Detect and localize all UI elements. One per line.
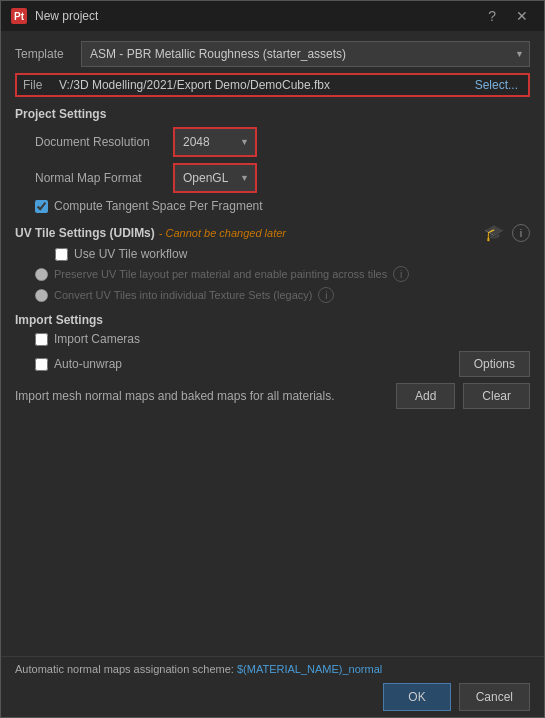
import-settings-section: Import Settings Import Cameras Auto-unwr… (15, 313, 530, 409)
doc-resolution-select-wrapper: 128 256 512 1024 2048 4096 ▼ (173, 127, 257, 157)
use-uv-tile-checkbox[interactable] (55, 248, 68, 261)
uv-subtitle: - Cannot be changed later (159, 227, 286, 239)
import-maps-label: Import mesh normal maps and baked maps f… (15, 389, 388, 403)
uv-title-left: UV Tile Settings (UDIMs) - Cannot be cha… (15, 226, 286, 240)
convert-uv-radio[interactable] (35, 289, 48, 302)
graduation-icon[interactable]: 🎓 (482, 223, 506, 242)
preserve-info-icon[interactable]: i (393, 266, 409, 282)
preserve-uv-row: Preserve UV Tile layout per material and… (35, 266, 530, 282)
title-bar: Pt New project ? ✕ (1, 1, 544, 31)
uv-options: Use UV Tile workflow Preserve UV Tile la… (15, 247, 530, 303)
cancel-button[interactable]: Cancel (459, 683, 530, 711)
convert-uv-row: Convert UV Tiles into individual Texture… (35, 287, 530, 303)
auto-unwrap-row: Auto-unwrap Options (35, 351, 530, 377)
window-title: New project (35, 9, 98, 23)
import-settings-title: Import Settings (15, 313, 103, 327)
info-icon[interactable]: i (512, 224, 530, 242)
bottom-section: Automatic normal maps assignation scheme… (1, 656, 544, 717)
clear-button[interactable]: Clear (463, 383, 530, 409)
project-settings-title: Project Settings (15, 107, 106, 121)
import-options: Import Cameras Auto-unwrap Options (15, 332, 530, 377)
uv-title-row: UV Tile Settings (UDIMs) - Cannot be cha… (15, 223, 530, 242)
template-row: Template ASM - PBR Metallic Roughness (s… (15, 41, 530, 67)
button-row: OK Cancel (15, 683, 530, 711)
uv-title: UV Tile Settings (UDIMs) (15, 226, 155, 240)
import-maps-row: Import mesh normal maps and baked maps f… (15, 383, 530, 409)
file-row: File V:/3D Modelling/2021/Export Demo/De… (15, 73, 530, 97)
import-cameras-row: Import Cameras (35, 332, 530, 346)
file-path: V:/3D Modelling/2021/Export Demo/DemoCub… (59, 78, 463, 92)
compute-tangent-row: Compute Tangent Space Per Fragment (15, 199, 530, 213)
compute-tangent-checkbox[interactable] (35, 200, 48, 213)
auto-unwrap-checkbox[interactable] (35, 358, 48, 371)
template-select[interactable]: ASM - PBR Metallic Roughness (starter_as… (81, 41, 530, 67)
app-icon: Pt (11, 8, 27, 24)
ok-button[interactable]: OK (383, 683, 450, 711)
file-label: File (23, 78, 51, 92)
compute-tangent-label: Compute Tangent Space Per Fragment (54, 199, 263, 213)
scheme-row: Automatic normal maps assignation scheme… (15, 663, 530, 675)
convert-info-icon[interactable]: i (318, 287, 334, 303)
title-bar-controls: ? ✕ (482, 6, 534, 26)
import-cameras-checkbox[interactable] (35, 333, 48, 346)
auto-unwrap-label: Auto-unwrap (54, 357, 122, 371)
scheme-label: Automatic normal maps assignation scheme… (15, 663, 234, 675)
convert-uv-label: Convert UV Tiles into individual Texture… (54, 289, 312, 301)
main-content: Template ASM - PBR Metallic Roughness (s… (1, 31, 544, 656)
options-button[interactable]: Options (459, 351, 530, 377)
file-select-button[interactable]: Select... (471, 78, 522, 92)
normal-map-select[interactable]: OpenGL DirectX (175, 165, 255, 191)
doc-resolution-row: Document Resolution 128 256 512 1024 204… (15, 127, 530, 157)
scheme-value: $(MATERIAL_NAME)_normal (237, 663, 382, 675)
new-project-window: Pt New project ? ✕ Template ASM - PBR Me… (0, 0, 545, 718)
use-uv-tile-label: Use UV Tile workflow (74, 247, 187, 261)
import-cameras-label: Import Cameras (54, 332, 140, 346)
normal-map-select-wrapper: OpenGL DirectX ▼ (173, 163, 257, 193)
normal-map-label: Normal Map Format (35, 171, 165, 185)
add-button[interactable]: Add (396, 383, 455, 409)
use-uv-tile-row: Use UV Tile workflow (35, 247, 530, 261)
uv-icons: 🎓 i (482, 223, 530, 242)
preserve-uv-label: Preserve UV Tile layout per material and… (54, 268, 387, 280)
normal-map-row: Normal Map Format OpenGL DirectX ▼ (15, 163, 530, 193)
help-button[interactable]: ? (482, 6, 502, 26)
preserve-uv-radio[interactable] (35, 268, 48, 281)
spacer (15, 415, 530, 646)
uv-settings-section: UV Tile Settings (UDIMs) - Cannot be cha… (15, 223, 530, 303)
close-button[interactable]: ✕ (510, 6, 534, 26)
doc-resolution-select[interactable]: 128 256 512 1024 2048 4096 (175, 129, 255, 155)
doc-resolution-label: Document Resolution (35, 135, 165, 149)
title-bar-left: Pt New project (11, 8, 98, 24)
project-settings-section: Project Settings Document Resolution 128… (15, 107, 530, 213)
template-label: Template (15, 47, 73, 61)
